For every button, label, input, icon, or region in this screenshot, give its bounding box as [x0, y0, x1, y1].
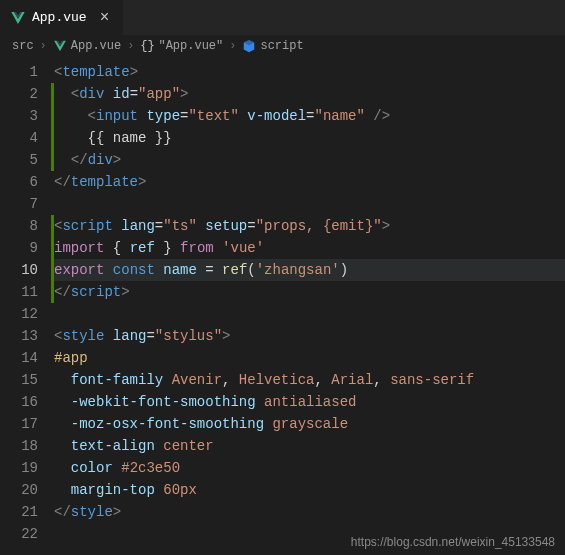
line-number: 18 [0, 435, 54, 457]
close-icon[interactable]: × [97, 10, 113, 26]
chevron-right-icon: › [40, 39, 47, 53]
git-added-indicator [51, 281, 54, 303]
tab-bar: App.vue × [0, 0, 565, 35]
breadcrumb[interactable]: src › App.vue › {} "App.vue" › script [0, 35, 565, 57]
line-number: 20 [0, 479, 54, 501]
code-line[interactable] [54, 303, 565, 325]
code-line[interactable]: font-family Avenir, Helvetica, Arial, sa… [54, 369, 565, 391]
code-line[interactable]: <style lang="stylus"> [54, 325, 565, 347]
chevron-right-icon: › [127, 39, 134, 53]
code-line[interactable]: color #2c3e50 [54, 457, 565, 479]
line-number: 22 [0, 523, 54, 545]
git-added-indicator [51, 149, 54, 171]
git-added-indicator [51, 215, 54, 237]
line-number: 14 [0, 347, 54, 369]
code-line[interactable]: #app [54, 347, 565, 369]
line-number: 13 [0, 325, 54, 347]
line-number: 17 [0, 413, 54, 435]
breadcrumb-section[interactable]: script [260, 39, 303, 53]
line-number: 12 [0, 303, 54, 325]
editor[interactable]: 1 2 3 4 5 6 7 8 9 10 11 12 13 14 15 16 1… [0, 57, 565, 555]
tab-app-vue[interactable]: App.vue × [0, 0, 124, 35]
git-added-indicator [51, 237, 54, 259]
breadcrumb-symbol[interactable]: "App.vue" [158, 39, 223, 53]
code-line[interactable]: text-align center [54, 435, 565, 457]
line-number: 8 [0, 215, 54, 237]
line-gutter: 1 2 3 4 5 6 7 8 9 10 11 12 13 14 15 16 1… [0, 57, 54, 555]
code-line[interactable]: <div id="app"> [54, 83, 565, 105]
breadcrumb-file[interactable]: App.vue [71, 39, 121, 53]
code-line[interactable] [54, 193, 565, 215]
cube-icon [242, 39, 256, 53]
code-line[interactable]: </template> [54, 171, 565, 193]
code-line[interactable]: </div> [54, 149, 565, 171]
chevron-right-icon: › [229, 39, 236, 53]
git-added-indicator [51, 127, 54, 149]
code-line[interactable]: import { ref } from 'vue' [54, 237, 565, 259]
code-line[interactable]: </script> [54, 281, 565, 303]
line-number: 7 [0, 193, 54, 215]
code-line[interactable]: </style> [54, 501, 565, 523]
line-number: 4 [0, 127, 54, 149]
git-added-indicator [51, 105, 54, 127]
code-line[interactable]: <script lang="ts" setup="props, {emit}"> [54, 215, 565, 237]
watermark: https://blog.csdn.net/weixin_45133548 [351, 535, 555, 549]
tab-label: App.vue [32, 10, 87, 25]
vue-icon [10, 10, 26, 26]
line-number: 6 [0, 171, 54, 193]
line-number: 9 [0, 237, 54, 259]
line-number: 21 [0, 501, 54, 523]
line-number: 1 [0, 61, 54, 83]
code-line[interactable]: <template> [54, 61, 565, 83]
code-area[interactable]: <template> <div id="app"> <input type="t… [54, 57, 565, 555]
line-number: 10 [0, 259, 54, 281]
code-line[interactable]: margin-top 60px [54, 479, 565, 501]
code-line[interactable]: {{ name }} [54, 127, 565, 149]
line-number: 2 [0, 83, 54, 105]
code-line[interactable]: export const name = ref('zhangsan') [54, 259, 565, 281]
line-number: 19 [0, 457, 54, 479]
git-added-indicator [51, 83, 54, 105]
line-number: 11 [0, 281, 54, 303]
line-number: 5 [0, 149, 54, 171]
braces-icon: {} [140, 39, 154, 53]
code-line[interactable]: <input type="text" v-model="name" /> [54, 105, 565, 127]
code-line[interactable]: -webkit-font-smoothing antialiased [54, 391, 565, 413]
line-number: 3 [0, 105, 54, 127]
vue-icon [53, 39, 67, 53]
line-number: 16 [0, 391, 54, 413]
breadcrumb-src[interactable]: src [12, 39, 34, 53]
line-number: 15 [0, 369, 54, 391]
git-added-indicator [51, 259, 54, 281]
code-line[interactable]: -moz-osx-font-smoothing grayscale [54, 413, 565, 435]
